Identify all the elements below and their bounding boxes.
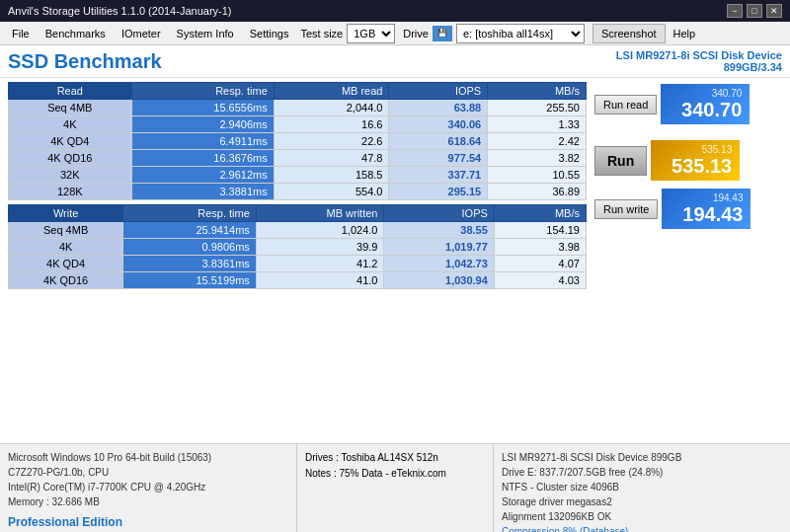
footer-right-line: NTFS - Cluster size 4096B: [502, 480, 782, 494]
read-mbs: 2.42: [488, 133, 587, 150]
run-read-button[interactable]: Run read: [594, 95, 657, 114]
read-header-label: Read: [9, 83, 132, 100]
write-score-row: Run write 194.43 194.43: [594, 189, 750, 229]
footer-left-line: Memory : 32.686 MB: [8, 494, 288, 509]
read-mb: 16.6: [274, 116, 389, 133]
read-resp-time: 15.6556ms: [131, 100, 274, 116]
footer-center-line: Drives : Toshiba AL14SX 512n: [305, 450, 485, 466]
drive-select[interactable]: e: [toshiba all14sx]: [456, 24, 585, 43]
total-score-box: 535.13 535.13: [651, 140, 740, 181]
read-mb: 554.0: [274, 184, 389, 200]
footer-left-line: Intel(R) Core(TM) i7-7700K CPU @ 4.20GHz: [8, 480, 288, 494]
main-content: SSD Benchmark LSI MR9271-8i SCSI Disk De…: [0, 45, 790, 532]
drive-icon: 💾: [433, 26, 452, 41]
footer-right-line[interactable]: Compression 8% (Database): [502, 524, 782, 532]
menu-benchmarks[interactable]: Benchmarks: [38, 22, 114, 44]
write-mb: 1,024.0: [256, 222, 384, 239]
write-table-row: 4K QD1615.5199ms41.01,030.944.03: [9, 272, 587, 289]
write-score-small: 194.43: [713, 192, 744, 203]
footer-center-line: Notes : 75% Data - eTeknix.com: [305, 466, 485, 482]
read-mb: 22.6: [274, 133, 389, 150]
read-table-row: 4K2.9406ms16.6340.061.33: [9, 116, 587, 133]
run-section: Run 535.13 535.13: [594, 140, 740, 181]
run-button[interactable]: Run: [594, 146, 647, 176]
menu-help[interactable]: Help: [666, 22, 704, 44]
write-row-label: 4K: [9, 239, 123, 256]
read-iops: 63.88: [389, 100, 488, 116]
read-header-mbs: MB/s: [488, 83, 587, 100]
footer-left: Microsoft Windows 10 Pro 64-bit Build (1…: [0, 444, 296, 532]
footer-right: LSI MR9271-8i SCSI Disk Device 899GBDriv…: [494, 444, 790, 532]
write-mb: 39.9: [256, 239, 384, 256]
menu-file[interactable]: File: [4, 22, 38, 44]
write-table: Write Resp. time MB written IOPS MB/s Se…: [8, 204, 587, 289]
test-size-group: Test size 1GB: [300, 24, 395, 43]
write-resp-time: 15.5199ms: [123, 272, 257, 289]
read-resp-time: 16.3676ms: [131, 150, 274, 167]
menu-iometer[interactable]: IOmeter: [114, 22, 169, 44]
write-mb: 41.2: [256, 256, 384, 272]
write-header-iops: IOPS: [384, 205, 494, 222]
write-resp-time: 25.9414ms: [123, 222, 257, 239]
menu-bar: File Benchmarks IOmeter System Info Sett…: [0, 22, 790, 45]
write-mbs: 154.19: [494, 222, 586, 239]
write-header-mbwritten: MB written: [256, 205, 384, 222]
read-header-resp: Resp. time: [131, 83, 274, 100]
read-header-mbread: MB read: [274, 83, 389, 100]
close-button[interactable]: ✕: [766, 4, 782, 18]
benchmark-area: Read Resp. time MB read IOPS MB/s Seq 4M…: [0, 78, 790, 443]
read-table-row: Seq 4MB15.6556ms2,044.063.88255.50: [9, 100, 587, 116]
footer-right-lines: LSI MR9271-8i SCSI Disk Device 899GBDriv…: [502, 450, 782, 532]
footer-left-line: C7Z270-PG/1.0b, CPU: [8, 465, 288, 480]
right-panel: Run read 340.70 340.70 Run 535.13 535.13: [594, 82, 782, 439]
screenshot-button[interactable]: Screenshot: [592, 24, 666, 43]
read-row-label: 4K QD16: [9, 150, 132, 167]
read-row-label: 4K: [9, 116, 132, 133]
write-table-row: Seq 4MB25.9414ms1,024.038.55154.19: [9, 222, 587, 239]
write-row-label: 4K QD16: [9, 272, 123, 289]
read-resp-time: 2.9612ms: [131, 167, 274, 184]
total-score-small: 535.13: [702, 144, 733, 155]
write-iops: 1,019.77: [384, 239, 494, 256]
read-table-row: 128K3.3881ms554.0295.1536.89: [9, 184, 587, 200]
window-controls: − □ ✕: [727, 4, 782, 18]
read-score-small: 340.70: [712, 88, 743, 99]
device-line2: 899GB/3.34: [616, 61, 782, 73]
read-row-label: Seq 4MB: [9, 100, 132, 116]
write-resp-time: 3.8361ms: [123, 256, 257, 272]
menu-settings[interactable]: Settings: [242, 22, 297, 44]
device-info: LSI MR9271-8i SCSI Disk Device 899GB/3.3…: [616, 49, 782, 73]
read-mbs: 255.50: [488, 100, 587, 116]
read-mbs: 36.89: [488, 184, 587, 200]
test-size-select[interactable]: 1GB: [347, 24, 395, 43]
footer-center: Drives : Toshiba AL14SX 512nNotes : 75% …: [296, 444, 494, 532]
write-table-row: 4K QD43.8361ms41.21,042.734.07: [9, 256, 587, 272]
footer-left-lines: Microsoft Windows 10 Pro 64-bit Build (1…: [8, 450, 288, 509]
write-mbs: 4.07: [494, 256, 586, 272]
read-mbs: 10.55: [488, 167, 587, 184]
write-resp-time: 0.9806ms: [123, 239, 257, 256]
title-text: Anvil's Storage Utilities 1.1.0 (2014-Ja…: [8, 5, 231, 17]
read-iops: 977.54: [389, 150, 488, 167]
write-iops: 38.55: [384, 222, 494, 239]
write-score-large: 194.43: [682, 203, 743, 225]
read-score-large: 340.70: [681, 99, 742, 120]
maximize-button[interactable]: □: [747, 4, 762, 18]
minimize-button[interactable]: −: [727, 4, 743, 18]
write-mbs: 3.98: [494, 239, 586, 256]
read-resp-time: 2.9406ms: [131, 116, 274, 133]
total-score-large: 535.13: [672, 155, 732, 177]
read-iops: 618.64: [389, 133, 488, 150]
footer-right-line: LSI MR9271-8i SCSI Disk Device 899GB: [502, 450, 782, 465]
read-iops: 295.15: [389, 184, 488, 200]
read-table-row: 4K QD46.4911ms22.6618.642.42: [9, 133, 587, 150]
write-row-label: 4K QD4: [9, 256, 123, 272]
drive-label: Drive: [403, 28, 429, 39]
run-write-button[interactable]: Run write: [594, 199, 658, 219]
footer-center-content: Drives : Toshiba AL14SX 512nNotes : 75% …: [305, 450, 485, 482]
menu-system-info[interactable]: System Info: [169, 22, 242, 44]
read-mb: 158.5: [274, 167, 389, 184]
read-mbs: 1.33: [488, 116, 587, 133]
read-resp-time: 6.4911ms: [131, 133, 274, 150]
write-iops: 1,030.94: [384, 272, 494, 289]
